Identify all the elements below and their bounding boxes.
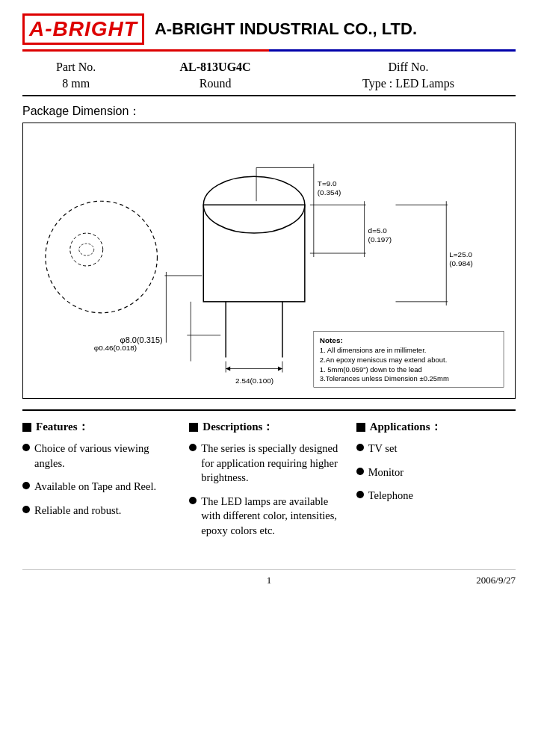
page-footer: 1 2006/9/27 — [22, 569, 516, 586]
part-info-divider — [22, 95, 516, 96]
application-text-3: Telephone — [368, 489, 413, 504]
feature-item-1: Choice of various viewing angles. — [22, 441, 182, 471]
svg-marker-29 — [278, 367, 282, 371]
applications-column: Applications： TV set Monitor Telephone — [356, 420, 516, 547]
applications-header: Applications： — [356, 420, 516, 434]
size-label: 8 mm — [22, 75, 129, 92]
application-text-2: Monitor — [368, 465, 404, 480]
part-no-value: AL-813UG4C — [129, 59, 301, 75]
company-logo: A-BRIGHT — [22, 13, 144, 45]
part-info-table: Part No. AL-813UG4C Diff No. 8 mm Round … — [22, 59, 516, 92]
description-item-1: The series is specially designed for app… — [189, 441, 348, 486]
feature-text-3: Reliable and robust. — [34, 504, 121, 518]
bullet-icon — [22, 444, 30, 451]
svg-point-2 — [79, 244, 94, 255]
features-header-bullet — [22, 423, 31, 432]
feature-text-1: Choice of various viewing angles. — [34, 441, 182, 471]
descriptions-header-bullet — [189, 423, 198, 432]
feature-item-3: Reliable and robust. — [22, 504, 182, 518]
descriptions-header-label: Descriptions： — [202, 420, 273, 434]
svg-text:(0.354): (0.354) — [318, 188, 341, 196]
diagram-box: φ8.0(0.315) T=9.0 (0.354) d=5.0 (0.197) … — [22, 123, 516, 399]
header-divider — [22, 49, 516, 52]
svg-text:(0.984): (0.984) — [449, 259, 473, 267]
bullet-icon — [22, 482, 30, 489]
bullet-icon — [189, 444, 197, 451]
application-text-1: TV set — [368, 441, 398, 456]
svg-point-1 — [70, 233, 103, 266]
application-item-2: Monitor — [356, 465, 516, 480]
features-header-label: Features： — [36, 420, 89, 434]
section-divider — [22, 409, 516, 411]
svg-text:3.Tolerances unless Dimension : 3.Tolerances unless Dimension ±0.25mm — [320, 375, 449, 383]
bullet-icon — [356, 468, 364, 475]
feature-text-2: Available on Tape and Reel. — [34, 480, 156, 495]
svg-text:2.An epoxy meniscus may extend: 2.An epoxy meniscus may extend about. — [320, 356, 448, 364]
description-item-2: The LED lamps are available with differe… — [189, 495, 348, 539]
application-item-1: TV set — [356, 441, 516, 456]
three-column-section: Features： Choice of various viewing angl… — [22, 420, 516, 547]
svg-text:Notes:: Notes: — [320, 336, 343, 344]
diff-no-label: Diff No. — [301, 59, 516, 75]
part-no-label: Part No. — [22, 59, 129, 75]
svg-text:φ0.46(0.018): φ0.46(0.018) — [94, 344, 137, 352]
svg-marker-28 — [226, 367, 230, 371]
led-diagram: φ8.0(0.315) T=9.0 (0.354) d=5.0 (0.197) … — [23, 123, 515, 398]
applications-header-label: Applications： — [370, 420, 442, 434]
features-column: Features： Choice of various viewing angl… — [22, 420, 182, 547]
page-header: A-BRIGHT A-BRIGHT INDUSTRIAL CO., LTD. — [22, 13, 516, 45]
svg-text:L=25.0: L=25.0 — [449, 250, 472, 258]
footer-date: 2006/9/27 — [351, 574, 516, 586]
shape-label: Round — [129, 75, 301, 92]
svg-text:1. All dimensions are in milli: 1. All dimensions are in millimeter. — [320, 346, 427, 354]
type-label: Type : LED Lamps — [301, 75, 516, 92]
svg-text:2.54(0.100): 2.54(0.100) — [235, 377, 273, 385]
descriptions-header: Descriptions： — [189, 420, 348, 434]
feature-item-2: Available on Tape and Reel. — [22, 480, 182, 495]
bullet-icon — [189, 497, 197, 504]
svg-text:1. 5mm(0.059") down to the lea: 1. 5mm(0.059") down to the lead — [320, 365, 422, 374]
company-name: A-BRIGHT INDUSTRIAL CO., LTD. — [155, 19, 417, 39]
description-text-1: The series is specially designed for app… — [201, 441, 348, 486]
bullet-icon — [356, 491, 364, 498]
svg-text:T=9.0: T=9.0 — [318, 179, 337, 188]
package-label: Package Dimension： — [22, 104, 516, 120]
application-item-3: Telephone — [356, 489, 516, 504]
svg-rect-4 — [203, 205, 305, 302]
descriptions-column: Descriptions： The series is specially de… — [189, 420, 348, 547]
bullet-icon — [356, 444, 364, 451]
svg-text:(0.197): (0.197) — [368, 235, 392, 244]
applications-header-bullet — [356, 423, 365, 432]
svg-text:d=5.0: d=5.0 — [368, 226, 388, 235]
description-text-2: The LED lamps are available with differe… — [201, 495, 348, 539]
page-number: 1 — [187, 574, 351, 586]
bullet-icon — [22, 506, 30, 513]
features-header: Features： — [22, 420, 182, 434]
